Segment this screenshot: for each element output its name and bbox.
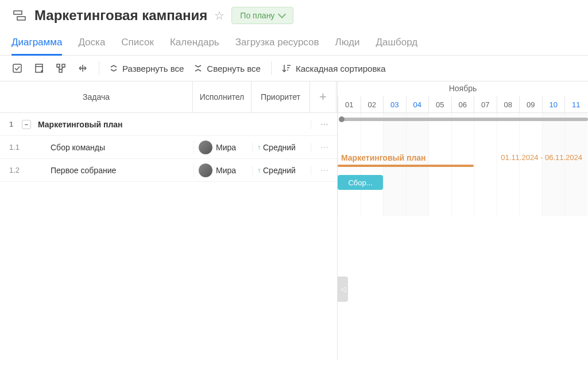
- collapse-all-button[interactable]: Свернуть все: [194, 64, 261, 73]
- avatar: [199, 163, 212, 177]
- day-header[interactable]: 01: [338, 96, 361, 112]
- group-bar-label: Маркетинговый план: [341, 153, 426, 162]
- star-icon[interactable]: ☆: [214, 9, 225, 22]
- avatar: [199, 141, 212, 154]
- tab-диаграмма[interactable]: Диаграмма: [11, 31, 62, 55]
- status-button[interactable]: По плану: [231, 7, 293, 24]
- tab-список[interactable]: Список: [121, 31, 154, 55]
- day-header[interactable]: 05: [428, 96, 451, 112]
- column-assignee[interactable]: Исполнител: [193, 81, 252, 112]
- svg-rect-7: [62, 64, 65, 67]
- task-row[interactable]: 1.2 Первое собрание Мира ↑Средний ⋯: [0, 159, 337, 182]
- day-header[interactable]: 06: [451, 96, 474, 112]
- svg-rect-6: [57, 64, 60, 67]
- day-header[interactable]: 11: [564, 96, 587, 112]
- column-priority[interactable]: Приоритет: [252, 81, 310, 112]
- tab-люди[interactable]: Люди: [335, 31, 360, 55]
- checkbox-icon[interactable]: [11, 63, 23, 74]
- hierarchy-icon[interactable]: [55, 63, 67, 74]
- priority-cell[interactable]: ↑Средний: [252, 143, 311, 152]
- expand-all-button[interactable]: Развернуть все: [110, 64, 184, 73]
- project-icon: [11, 7, 28, 24]
- tab-дашборд[interactable]: Дашборд: [376, 31, 418, 55]
- timeline-scrubber[interactable]: [340, 118, 588, 121]
- group-row[interactable]: 1 − Маркетинговый план ⋯: [0, 113, 337, 136]
- day-header[interactable]: 09: [519, 96, 542, 112]
- svg-rect-0: [14, 11, 22, 14]
- tab-доска[interactable]: Доска: [78, 31, 105, 55]
- assignee-cell[interactable]: Мира: [194, 163, 252, 177]
- collapse-icon[interactable]: −: [22, 120, 31, 129]
- task-bar[interactable]: Сбор...: [338, 175, 383, 190]
- svg-rect-2: [13, 64, 21, 72]
- width-icon[interactable]: [77, 63, 88, 74]
- day-header[interactable]: 04: [406, 96, 429, 112]
- chevron-down-icon: [278, 10, 286, 18]
- cascade-sort-button[interactable]: Каскадная сортировка: [282, 64, 386, 73]
- group-bar-date: 01.11.2024 - 06.11.2024: [501, 153, 582, 162]
- add-column-button[interactable]: +: [310, 81, 336, 112]
- day-header[interactable]: 02: [361, 96, 384, 112]
- column-task[interactable]: Задача: [0, 81, 193, 112]
- day-header[interactable]: 07: [474, 96, 497, 112]
- priority-cell[interactable]: ↑Средний: [252, 166, 311, 175]
- tabs: ДиаграммаДоскаСписокКалендарьЗагрузка ре…: [0, 31, 588, 56]
- column-icon[interactable]: [33, 63, 45, 74]
- month-label: Ноябрь: [338, 81, 588, 96]
- svg-rect-1: [17, 17, 25, 20]
- status-label: По плану: [240, 11, 274, 20]
- tab-загрузка ресурсов[interactable]: Загрузка ресурсов: [235, 31, 319, 55]
- group-bar[interactable]: [338, 165, 474, 167]
- assignee-cell[interactable]: Мира: [194, 141, 252, 154]
- row-menu-icon[interactable]: ⋯: [311, 120, 337, 129]
- page-title: Маркетинговая кампания: [34, 7, 207, 24]
- collapse-panel-handle[interactable]: ◁: [338, 277, 348, 302]
- task-row[interactable]: 1.1 Сбор команды Мира ↑Средний ⋯: [0, 136, 337, 159]
- day-header[interactable]: 08: [497, 96, 520, 112]
- day-header[interactable]: 03: [383, 96, 406, 112]
- day-header[interactable]: 10: [542, 96, 565, 112]
- svg-rect-8: [59, 69, 62, 72]
- svg-point-5: [41, 71, 42, 72]
- row-menu-icon[interactable]: ⋯: [311, 166, 337, 175]
- tab-календарь[interactable]: Календарь: [170, 31, 219, 55]
- row-menu-icon[interactable]: ⋯: [311, 143, 337, 152]
